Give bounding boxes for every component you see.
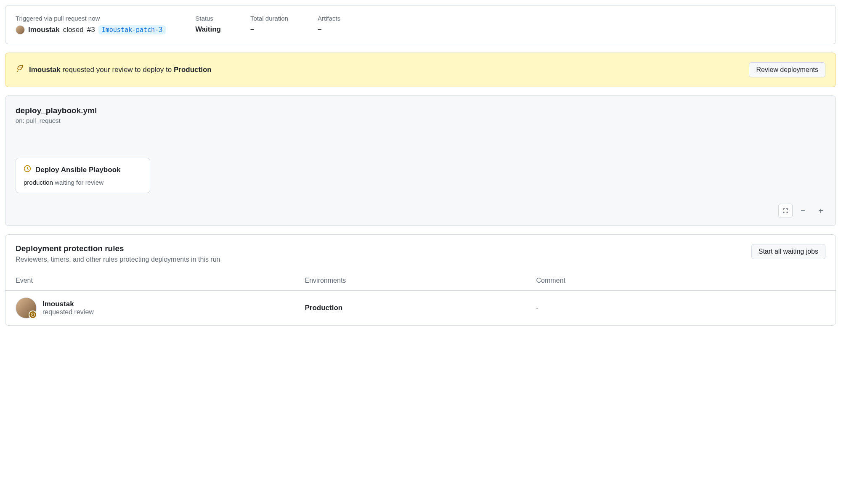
header-event: Event [16, 277, 305, 284]
avatar[interactable] [16, 25, 25, 34]
pr-number-link[interactable]: #3 [87, 26, 95, 34]
protection-rules-card: Deployment protection rules Reviewers, t… [5, 234, 836, 326]
rules-table-header: Event Environments Comment [5, 271, 836, 291]
on-event: pull_request [26, 117, 61, 124]
artifacts-value: – [318, 25, 340, 34]
banner-middle: requested your review to deploy to [62, 66, 172, 74]
status-label: Status [195, 15, 221, 22]
workflow-file-name: deploy_playbook.yml [16, 106, 825, 115]
duration-section: Total duration – [250, 15, 288, 34]
header-comment: Comment [536, 277, 826, 284]
triggered-row: Imoustak closed #3 Imoustak-patch-3 [16, 25, 166, 34]
zoom-in-button[interactable] [814, 204, 828, 218]
rules-title: Deployment protection rules [16, 244, 220, 253]
duration-value: – [250, 25, 288, 34]
job-card[interactable]: Deploy Ansible Playbook production waiti… [16, 158, 150, 193]
rocket-icon [16, 65, 24, 75]
table-row: Imoustak requested review Production - [5, 291, 836, 325]
workflow-on-row: on: pull_request [16, 117, 825, 124]
triggered-label: Triggered via pull request now [16, 15, 166, 22]
review-deployments-button[interactable]: Review deployments [749, 62, 825, 77]
rules-header: Deployment protection rules Reviewers, t… [5, 235, 836, 271]
fullscreen-button[interactable] [778, 204, 793, 218]
environment-cell: Production [305, 304, 536, 312]
job-title-row: Deploy Ansible Playbook [24, 165, 142, 175]
artifacts-section: Artifacts – [318, 15, 340, 34]
banner-target: Production [174, 66, 212, 74]
run-summary-card: Triggered via pull request now Imoustak … [5, 5, 836, 44]
rules-heading-block: Deployment protection rules Reviewers, t… [16, 244, 220, 263]
zoom-out-button[interactable] [796, 204, 810, 218]
clock-waiting-icon [24, 165, 31, 175]
review-request-banner: Imoustak requested your review to deploy… [5, 53, 836, 87]
status-value: Waiting [195, 25, 221, 34]
action-text: closed [63, 26, 84, 34]
triggered-section: Triggered via pull request now Imoustak … [16, 15, 166, 34]
job-environment: production [24, 179, 53, 186]
svg-point-0 [21, 67, 22, 68]
on-prefix: on: [16, 117, 24, 124]
job-name: Deploy Ansible Playbook [35, 166, 120, 174]
event-actor[interactable]: Imoustak [42, 300, 94, 308]
avatar[interactable] [16, 297, 37, 318]
rules-subtitle: Reviewers, timers, and other rules prote… [16, 256, 220, 263]
zoom-controls [778, 204, 828, 218]
actor-link[interactable]: Imoustak [28, 26, 60, 34]
event-sub: requested review [42, 308, 94, 316]
banner-message: Imoustak requested your review to deploy… [29, 66, 212, 74]
header-environments: Environments [305, 277, 536, 284]
clock-badge-icon [29, 310, 37, 319]
event-cell: Imoustak requested review [16, 297, 305, 318]
artifacts-label: Artifacts [318, 15, 340, 22]
status-section: Status Waiting [195, 15, 221, 34]
start-all-waiting-jobs-button[interactable]: Start all waiting jobs [751, 244, 825, 259]
banner-actor[interactable]: Imoustak [29, 66, 61, 74]
job-status-text: waiting for review [55, 179, 103, 186]
branch-label[interactable]: Imoustak-patch-3 [98, 25, 166, 34]
duration-label: Total duration [250, 15, 288, 22]
comment-cell: - [536, 305, 826, 311]
job-status-row: production waiting for review [24, 179, 142, 186]
banner-text: Imoustak requested your review to deploy… [16, 65, 212, 75]
event-text: Imoustak requested review [42, 300, 94, 316]
workflow-graph-card: deploy_playbook.yml on: pull_request Dep… [5, 95, 836, 226]
